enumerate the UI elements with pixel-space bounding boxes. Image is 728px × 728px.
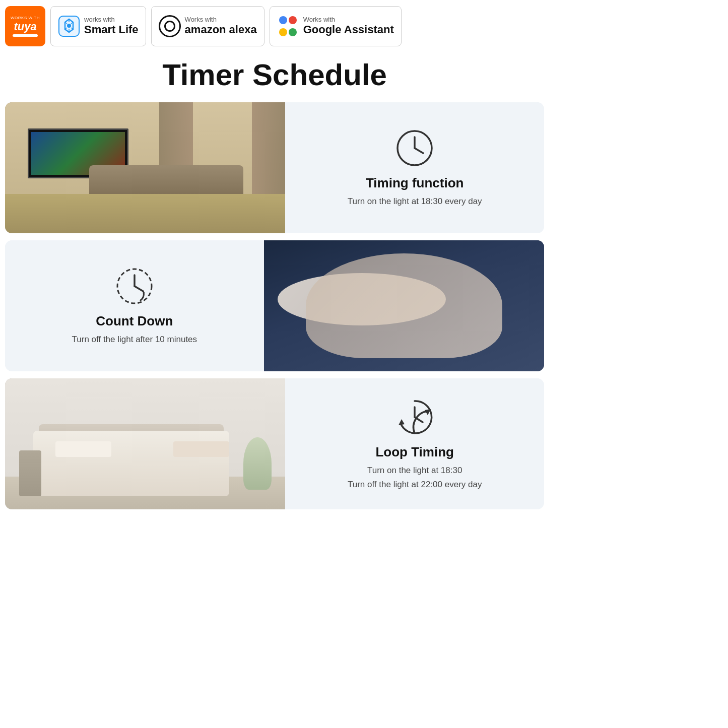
smartlife-name-label: Smart Life	[84, 23, 139, 36]
smartlife-icon	[58, 15, 80, 37]
page-title: Timer Schedule	[0, 52, 549, 102]
loop-icon	[394, 397, 435, 437]
clock-icon	[394, 128, 435, 168]
svg-marker-9	[399, 419, 405, 425]
google-name-label: Google Assistant	[303, 23, 394, 36]
google-works-label: Works with	[303, 16, 394, 23]
tuya-works-label: Works with	[11, 16, 40, 20]
smartlife-works-label: works with	[84, 16, 139, 23]
smartlife-text: works with Smart Life	[84, 16, 139, 36]
badge-strip: Works with tuya works with Smart Life Wo…	[0, 0, 549, 52]
countdown-title: Count Down	[96, 313, 173, 329]
feature-cards: Timing function Turn on the light at 18:…	[0, 102, 549, 519]
alexa-badge: Works with amazon alexa	[151, 6, 264, 46]
google-text: Works with Google Assistant	[303, 16, 394, 36]
alexa-text: Works with amazon alexa	[185, 16, 257, 36]
sleeping-image	[264, 240, 544, 371]
smartlife-badge: works with Smart Life	[50, 6, 146, 46]
loop-timing-title: Loop Timing	[375, 444, 454, 460]
alexa-icon	[159, 15, 181, 37]
countdown-icon	[114, 266, 155, 306]
alexa-name-label: amazon alexa	[185, 23, 257, 36]
bedroom-image	[5, 378, 285, 509]
google-badge: Works with Google Assistant	[270, 6, 402, 46]
loop-timing-desc-line2: Turn off the light at 22:00 every day	[348, 478, 482, 491]
living-room-image	[5, 102, 285, 233]
tuya-logo: tuya	[14, 21, 36, 32]
timing-function-card: Timing function Turn on the light at 18:…	[5, 102, 544, 233]
timing-function-title: Timing function	[366, 175, 464, 191]
timing-function-desc: Turn on the light at 18:30 every day	[348, 195, 482, 208]
countdown-content: Count Down Turn off the light after 10 m…	[5, 240, 264, 371]
tuya-bar-decoration	[13, 34, 38, 37]
alexa-works-label: Works with	[185, 16, 257, 23]
tuya-badge: Works with tuya	[5, 6, 45, 46]
countdown-desc: Turn off the light after 10 minutes	[72, 333, 197, 346]
svg-line-4	[415, 148, 423, 153]
svg-point-1	[67, 24, 71, 28]
loop-timing-card: Loop Timing Turn on the light at 18:30 T…	[5, 378, 544, 509]
google-icon	[277, 15, 299, 37]
countdown-card: Count Down Turn off the light after 10 m…	[5, 240, 544, 371]
svg-line-7	[135, 286, 143, 291]
loop-timing-desc-line1: Turn on the light at 18:30	[367, 464, 462, 477]
loop-timing-content: Loop Timing Turn on the light at 18:30 T…	[285, 378, 544, 509]
timing-function-content: Timing function Turn on the light at 18:…	[285, 102, 544, 233]
